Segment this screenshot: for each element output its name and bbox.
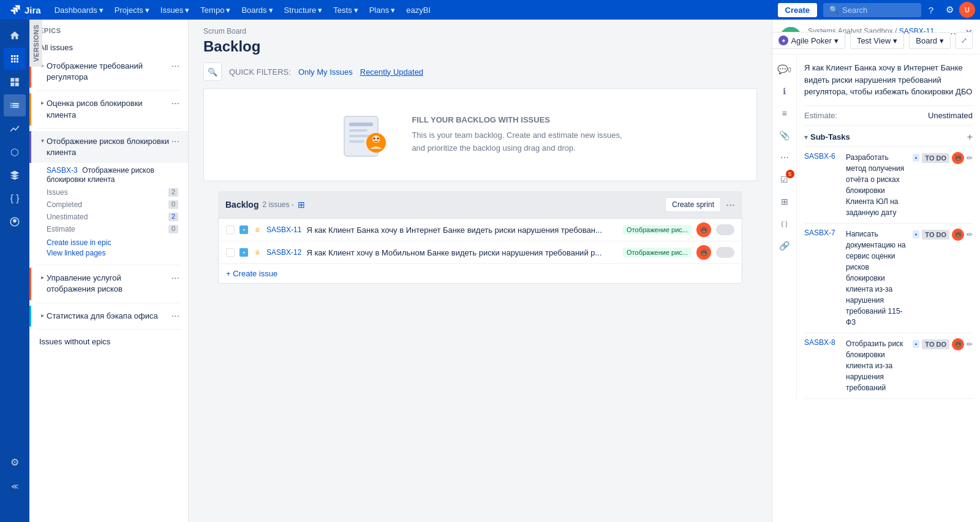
top-right-toolbar: ♠ Agile Poker Test View Board ⤢ xyxy=(772,32,973,49)
epic-item-3[interactable]: ▾ Отображение рисков блокировки клиента … xyxy=(29,131,188,163)
issue-epic-badge-2[interactable]: Отображение рис... xyxy=(623,248,692,257)
svg-rect-7 xyxy=(349,135,371,137)
epic-item-2[interactable]: Оценка рисов блокировки клиента ··· xyxy=(29,93,188,125)
test-view-button[interactable]: Test View xyxy=(850,32,904,49)
jira-logo[interactable]: Jira xyxy=(5,4,46,15)
epic-1-more[interactable]: ··· xyxy=(170,61,181,72)
rp-subtask-2-edit[interactable]: ✏ xyxy=(967,230,973,239)
nav-boards[interactable]: Boards xyxy=(236,3,277,17)
rp-table-icon[interactable]: ⊞ xyxy=(775,192,794,211)
rp-subtask-1-edit[interactable]: ✏ xyxy=(967,154,973,162)
agile-poker-button[interactable]: ♠ Agile Poker xyxy=(772,32,845,49)
epic-3-more[interactable]: ··· xyxy=(170,136,181,147)
sidebar-component-icon[interactable] xyxy=(4,164,26,186)
nav-projects[interactable]: Projects xyxy=(110,3,154,17)
backlog-title: Backlog xyxy=(225,200,258,210)
nav-tests[interactable]: Tests xyxy=(328,3,363,17)
issue-checkbox-2[interactable] xyxy=(226,248,235,257)
top-navigation: Jira Dashboards Projects Issues Tempo Bo… xyxy=(0,0,980,20)
rp-side-actions: 💬 0 ℹ ≡ 📎 ⋯ ☑ 5 ⊞ { } 🔗 xyxy=(772,55,797,399)
epic-3-stat-unestimated: Unestimated 2 xyxy=(47,211,178,223)
rp-link-icon[interactable]: 🔗 xyxy=(775,236,794,255)
rp-subtask-3-desc: Отобразить риск блокировки клиента из-за… xyxy=(846,338,908,393)
issue-epic-badge-1[interactable]: Отображение рис... xyxy=(623,225,692,235)
epic-4-more[interactable]: ··· xyxy=(170,273,181,284)
sidebar-board-icon[interactable] xyxy=(4,71,26,93)
main-wrapper: EPICS All issues Отображение требований … xyxy=(29,20,980,522)
epic-2-more[interactable]: ··· xyxy=(170,98,181,109)
nav-plans[interactable]: Plans xyxy=(364,3,401,17)
rp-code-icon[interactable]: { } xyxy=(775,214,794,233)
sidebar-code-icon[interactable]: { } xyxy=(4,187,26,210)
epic-item-1[interactable]: Отображение требований регулятора ··· xyxy=(29,56,188,88)
rp-attachment-icon[interactable]: 📎 xyxy=(775,126,794,145)
issue-avatar-1: 🐻 xyxy=(696,222,711,237)
rp-format-icon[interactable]: ≡ xyxy=(775,104,794,123)
sidebar-apps-icon[interactable] xyxy=(4,48,26,70)
sidebar-settings-bottom-icon[interactable]: ⚙ xyxy=(4,451,26,473)
search-filter-button[interactable]: 🔍 xyxy=(203,62,222,81)
view-linked-pages-link[interactable]: View linked pages xyxy=(47,249,106,257)
rp-subtask-3-edit[interactable]: ✏ xyxy=(967,340,973,349)
rp-info-icon[interactable]: ℹ xyxy=(775,81,794,101)
settings-button[interactable]: ⚙ xyxy=(941,1,958,18)
user-avatar[interactable]: U xyxy=(959,2,975,18)
empty-backlog-banner: FILL YOUR BACKLOG WITH ISSUES This is yo… xyxy=(203,88,757,181)
epic-1-name: Отображение требований регулятора xyxy=(47,61,170,83)
epic-5-more[interactable]: ··· xyxy=(170,311,181,322)
rp-subtask-1-key[interactable]: SASBX-6 xyxy=(804,152,841,161)
epic-3-sub-key[interactable]: SASBX-3 xyxy=(47,166,78,175)
sidebar-release-icon[interactable]: ⬡ xyxy=(4,141,26,163)
rp-subtasks-chevron[interactable]: ▾ xyxy=(804,133,808,142)
rp-add-subtask-button[interactable]: + xyxy=(967,132,973,143)
recently-updated-filter[interactable]: Recently Updated xyxy=(360,67,423,77)
empty-backlog-text: FILL YOUR BACKLOG WITH ISSUES This is yo… xyxy=(412,115,622,155)
rp-subtask-3-key[interactable]: SASBX-8 xyxy=(804,338,841,347)
nav-eazybi[interactable]: eazyBI xyxy=(401,3,435,17)
rp-comment-icon[interactable]: 💬 0 xyxy=(775,59,794,79)
issue-toggle-2[interactable] xyxy=(716,247,734,258)
filter-toolbar: 🔍 QUICK FILTERS: Only My Issues Recently… xyxy=(203,62,757,88)
sidebar-settings-icon[interactable] xyxy=(4,211,26,233)
issue-toggle-1[interactable] xyxy=(716,224,734,235)
backlog-more-button[interactable]: ··· xyxy=(726,199,735,211)
nav-structure[interactable]: Structure xyxy=(279,3,328,17)
epic-divider-3 xyxy=(37,265,181,265)
board-button[interactable]: Board xyxy=(909,32,951,49)
rp-subtask-1: SASBX-6 Разработать метод получения отчё… xyxy=(804,147,973,224)
all-issues-link[interactable]: All issues xyxy=(29,39,188,56)
issue-key-1[interactable]: SASBX-11 xyxy=(266,225,301,234)
epic-divider-1 xyxy=(37,90,181,91)
left-sidebar: ⬡ { } ⚙ ≪ xyxy=(0,20,29,522)
create-issue-in-epic-link[interactable]: Create issue in epic xyxy=(47,238,111,247)
breadcrumb: Scrum Board xyxy=(203,27,757,36)
nav-dashboards[interactable]: Dashboards xyxy=(50,3,108,17)
create-issue-button[interactable]: + Create issue xyxy=(219,264,742,283)
rp-subtask-2-key[interactable]: SASBX-7 xyxy=(804,229,841,237)
svg-point-12 xyxy=(377,138,379,140)
rp-check-icon[interactable]: ☑ 5 xyxy=(775,170,794,189)
epic-3-stat-completed: Completed 0 xyxy=(47,199,178,211)
search-box[interactable]: 🔍 Search xyxy=(823,3,921,17)
epic-4-name: Управление услугой отображения рисков xyxy=(47,273,170,295)
sidebar-home-icon[interactable] xyxy=(4,25,26,47)
create-button[interactable]: Create xyxy=(778,3,817,17)
nav-issues[interactable]: Issues xyxy=(156,3,195,17)
expand-button[interactable]: ⤢ xyxy=(956,32,973,49)
sidebar-chart-icon[interactable] xyxy=(4,118,26,140)
rp-comment-count: 0 xyxy=(788,67,791,74)
versions-tab[interactable]: VERSIONS xyxy=(29,20,42,67)
rp-more-horiz-icon[interactable]: ⋯ xyxy=(775,148,794,167)
list-icon[interactable]: ⊞ xyxy=(298,200,305,210)
create-sprint-button[interactable]: Create sprint xyxy=(665,197,721,212)
epic-item-5[interactable]: Статистика для бэкапа офиса ··· xyxy=(29,306,188,327)
help-button[interactable]: ? xyxy=(922,1,940,18)
sidebar-backlog-icon[interactable] xyxy=(4,94,26,116)
epic-3-stat-estimate: Estimate 0 xyxy=(47,223,178,235)
issue-checkbox-1[interactable] xyxy=(226,225,235,234)
sidebar-expand-icon[interactable]: ≪ xyxy=(4,475,26,497)
issue-key-2[interactable]: SASBX-12 xyxy=(266,248,301,257)
epic-item-4[interactable]: Управление услугой отображения рисков ··… xyxy=(29,268,188,300)
nav-tempo[interactable]: Tempo xyxy=(195,3,235,17)
my-issues-filter[interactable]: Only My Issues xyxy=(298,67,353,77)
